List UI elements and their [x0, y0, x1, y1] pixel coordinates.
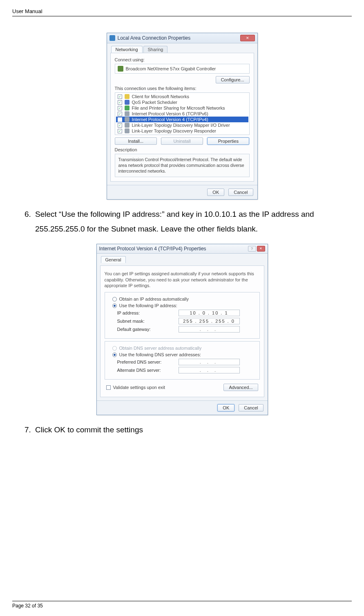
qos-icon	[125, 100, 130, 105]
titlebar: Internet Protocol Version 4 (TCP/IPv4) P…	[97, 244, 268, 254]
client-icon	[125, 94, 130, 99]
dns-group: Obtain DNS server address automatically …	[105, 341, 260, 380]
subnet-label: Subnet mask:	[117, 319, 179, 324]
checkbox-icon[interactable]	[118, 123, 122, 128]
general-panel: You can get IP settings assigned automat…	[100, 265, 264, 398]
checkbox-icon[interactable]	[118, 94, 122, 99]
list-item-label: File and Printer Sharing for Microsoft N…	[132, 106, 225, 110]
subnet-row: Subnet mask: 255 . 255 . 255 . 0	[117, 318, 256, 324]
list-item[interactable]: Link-Layer Topology Discovery Responder	[116, 128, 248, 134]
ip-address-label: IP address:	[117, 310, 179, 315]
radio-icon[interactable]	[112, 304, 117, 308]
list-item-label: Internet Protocol Version 6 (TCP/IPv6)	[132, 111, 208, 116]
advanced-button[interactable]: Advanced...	[223, 384, 258, 391]
network-icon	[109, 35, 115, 41]
dialog-title: Local Area Connection Properties	[118, 35, 191, 41]
checkbox-icon[interactable]	[118, 100, 122, 105]
ok-button[interactable]: OK	[217, 404, 234, 411]
install-button[interactable]: Install...	[115, 137, 157, 145]
screenshot-1: Local Area Connection Properties Network…	[12, 33, 352, 200]
description-text: Transmission Control Protocol/Internet P…	[115, 154, 250, 177]
pref-dns-row: Preferred DNS server: . . .	[117, 359, 256, 365]
tab-networking[interactable]: Networking	[111, 46, 143, 53]
radio-auto-dns: Obtain DNS server address automatically	[112, 346, 256, 351]
gateway-label: Default gateway:	[117, 327, 179, 332]
ok-button[interactable]: OK	[207, 189, 224, 196]
list-item[interactable]: File and Printer Sharing for Microsoft N…	[116, 105, 248, 111]
ip-address-input[interactable]: 10 . 0 . 10 . 1	[179, 310, 240, 316]
step-6: 6. Select “Use the following IP address:…	[25, 207, 352, 236]
share-icon	[125, 106, 130, 110]
help-text: You can get IP settings assigned automat…	[105, 271, 260, 289]
radio-label: Obtain an IP address automatically	[119, 297, 189, 301]
tab-general[interactable]: General	[101, 256, 126, 263]
pref-dns-input[interactable]: . . .	[179, 359, 240, 365]
step-text: Select “Use the following IP address:” a…	[35, 207, 352, 236]
list-item-selected[interactable]: Internet Protocol Version 4 (TCP/IPv4)	[116, 117, 248, 122]
local-area-connection-dialog: Local Area Connection Properties Network…	[107, 33, 258, 200]
alt-dns-row: Alternate DNS server: . . .	[117, 367, 256, 373]
dialog-title: Internet Protocol Version 4 (TCP/IPv4) P…	[99, 246, 206, 252]
cancel-button[interactable]: Cancel	[239, 404, 263, 411]
lltd-icon	[125, 123, 130, 128]
list-item[interactable]: Internet Protocol Version 6 (TCP/IPv6)	[116, 111, 248, 117]
header-title: User Manual	[12, 8, 42, 14]
ipv4-properties-dialog: Internet Protocol Version 4 (TCP/IPv4) P…	[96, 244, 268, 416]
close-icon[interactable]	[240, 35, 255, 41]
list-item-label: QoS Packet Scheduler	[132, 100, 177, 105]
subnet-input[interactable]: 255 . 255 . 255 . 0	[179, 318, 240, 324]
radio-label: Obtain DNS server address automatically	[119, 346, 202, 351]
lltd-icon	[125, 128, 130, 133]
close-icon[interactable]	[257, 246, 265, 252]
configure-button[interactable]: Configure...	[216, 76, 250, 83]
list-item-label: Link-Layer Topology Discovery Responder	[132, 128, 216, 133]
step-number: 7.	[25, 423, 35, 437]
checkbox-icon[interactable]	[118, 112, 122, 116]
ip-address-row: IP address: 10 . 0 . 10 . 1	[117, 310, 256, 316]
checkbox-icon[interactable]	[118, 106, 122, 110]
radio-auto-ip[interactable]: Obtain an IP address automatically	[112, 297, 256, 301]
titlebar: Local Area Connection Properties	[107, 33, 257, 43]
page-header: User Manual	[12, 8, 352, 16]
radio-label: Use the following DNS server addresses:	[119, 352, 201, 357]
checkbox-icon[interactable]	[118, 117, 122, 122]
alt-dns-input[interactable]: . . .	[179, 367, 240, 373]
connect-using-label: Connect using:	[115, 57, 250, 62]
pref-dns-label: Preferred DNS server:	[117, 360, 179, 364]
list-item-label: Client for Microsoft Networks	[132, 94, 190, 99]
alt-dns-label: Alternate DNS server:	[117, 368, 179, 373]
list-item[interactable]: Client for Microsoft Networks	[116, 94, 248, 99]
protocol-icon	[125, 117, 130, 122]
validate-row: Validate settings upon exit Advanced...	[106, 384, 258, 391]
adapter-name: Broadcom NetXtreme 57xx Gigabit Controll…	[126, 66, 216, 71]
protocol-icon	[125, 111, 130, 116]
step-number: 6.	[25, 207, 35, 236]
radio-manual-ip[interactable]: Use the following IP address:	[112, 303, 256, 308]
list-item[interactable]: Link-Layer Topology Discovery Mapper I/O…	[116, 122, 248, 128]
connection-items-list[interactable]: Client for Microsoft Networks QoS Packet…	[115, 92, 250, 135]
screenshot-2: Internet Protocol Version 4 (TCP/IPv4) P…	[12, 244, 352, 416]
checkbox-icon[interactable]	[118, 129, 122, 133]
validate-label: Validate settings upon exit	[113, 385, 165, 390]
list-item-label: Link-Layer Topology Discovery Mapper I/O…	[132, 123, 230, 128]
items-label: This connection uses the following items…	[115, 86, 250, 91]
validate-checkbox[interactable]	[106, 385, 111, 390]
list-item[interactable]: QoS Packet Scheduler	[116, 99, 248, 105]
list-item-label: Internet Protocol Version 4 (TCP/IPv4)	[132, 117, 208, 122]
dialog-button-row: OK Cancel	[107, 185, 257, 199]
radio-icon[interactable]	[112, 297, 117, 301]
cancel-button[interactable]: Cancel	[228, 189, 253, 196]
gateway-input[interactable]: . . .	[179, 326, 240, 333]
page-footer: Page 32 of 35	[12, 601, 352, 609]
properties-button[interactable]: Properties	[207, 137, 249, 145]
gateway-row: Default gateway: . . .	[117, 326, 256, 333]
description-label: Description	[115, 147, 250, 152]
help-icon[interactable]: ?	[248, 246, 256, 252]
nic-icon	[118, 66, 123, 72]
tab-sharing[interactable]: Sharing	[143, 46, 168, 53]
radio-icon[interactable]	[112, 353, 117, 357]
radio-label: Use the following IP address:	[119, 303, 177, 308]
radio-manual-dns[interactable]: Use the following DNS server addresses:	[112, 352, 256, 357]
ip-group: Obtain an IP address automatically Use t…	[105, 292, 260, 339]
adapter-box[interactable]: Broadcom NetXtreme 57xx Gigabit Controll…	[115, 64, 250, 74]
